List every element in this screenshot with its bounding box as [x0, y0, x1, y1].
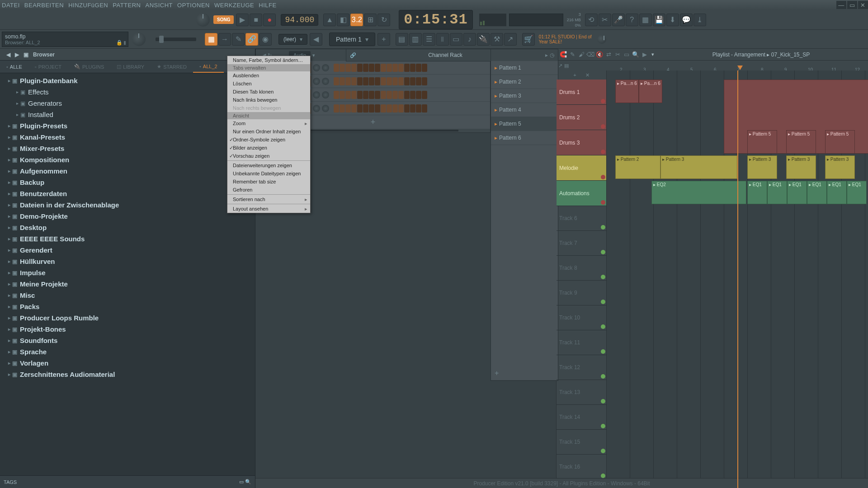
pitch-knob[interactable] [132, 33, 146, 46]
tree-item[interactable]: ▸▣Meine Projekte [0, 278, 255, 290]
playlist-clip[interactable]: ▸ EQ1 [747, 181, 767, 204]
tree-item[interactable]: ▸▣Vorlagen [0, 357, 255, 369]
playlist-clip[interactable]: ▸ EQ1 [807, 181, 827, 204]
step-cell[interactable] [357, 64, 363, 72]
pl-magnet-icon[interactable]: 🧲 [559, 51, 567, 58]
master-volume-slider[interactable] [156, 38, 196, 41]
channel-scrollbar[interactable] [288, 130, 458, 131]
step-cell[interactable] [375, 77, 380, 85]
playlist-clip[interactable]: ▸ Pattern 5 [747, 130, 777, 154]
pl-brush-icon[interactable]: 🖌 [577, 51, 585, 58]
step-cell[interactable] [381, 104, 386, 113]
context-menu-item[interactable]: Dateierweiterungen zeigen [227, 161, 310, 169]
tab-project[interactable]: ▫PROJECT [28, 61, 68, 73]
menu-hilfe[interactable]: HILFE [259, 2, 276, 9]
wait-button[interactable]: ◧ [337, 14, 349, 26]
tree-item[interactable]: ▸▣Demo-Projekte [0, 211, 255, 222]
news-knob[interactable] [597, 35, 606, 44]
snap-button[interactable]: ▦ [205, 33, 217, 46]
playlist-clip[interactable]: ▸ EQ1 [787, 181, 807, 204]
playlist-clip[interactable]: ▸ Pa…n 6 [615, 80, 639, 103]
track-header[interactable]: Track 10 [557, 305, 606, 330]
step-cell[interactable] [387, 104, 392, 113]
live-button[interactable]: ◉ [259, 33, 272, 46]
tree-item[interactable]: ▸▣Kanal-Presets [0, 131, 255, 143]
step-cell[interactable] [363, 77, 368, 85]
mic-button[interactable]: 🎤 [612, 14, 625, 26]
track-mute-button[interactable] [601, 150, 605, 154]
vol-knob[interactable] [322, 91, 329, 99]
step-cell[interactable] [398, 104, 404, 113]
vol-knob[interactable] [322, 105, 329, 112]
close-button[interactable]: ✕ [858, 1, 868, 9]
piano-roll-button[interactable]: ▥ [409, 33, 422, 46]
step-cell[interactable] [369, 104, 374, 113]
step-cell[interactable] [422, 104, 427, 113]
tab-alle[interactable]: •ALLE [0, 61, 28, 73]
plugin-button[interactable]: 🔌 [477, 33, 490, 46]
tree-item[interactable]: ▸▣Dateien in der Zwischenablage [0, 199, 255, 211]
step-cell[interactable] [392, 77, 398, 85]
step-cell[interactable] [334, 64, 339, 72]
playlist-clip[interactable]: ▸ EQ1 [767, 181, 787, 204]
add-track-icon[interactable]: + [573, 72, 576, 78]
pattern-item[interactable]: ▸Pattern 3 [491, 89, 558, 103]
track-header[interactable]: Track 12 [557, 355, 606, 380]
step-cell[interactable] [416, 64, 421, 72]
browser-button[interactable]: ▭ [450, 33, 462, 46]
track-mute-button[interactable] [601, 300, 605, 304]
context-menu-item[interactable]: Nach links bewegen [227, 96, 310, 104]
maximize-button[interactable]: ▭ [847, 1, 857, 9]
play-button[interactable]: ▶ [236, 14, 249, 26]
track-header[interactable]: Drums 1 [557, 80, 606, 105]
pan-knob[interactable] [313, 78, 320, 85]
tab-library[interactable]: ◫LIBRARY [110, 61, 151, 73]
step-cell[interactable] [375, 104, 380, 113]
metronome-button[interactable]: ▲ [323, 14, 336, 26]
step-cell[interactable] [416, 91, 421, 99]
pl-zoom-icon[interactable]: 🔍 [632, 51, 640, 58]
pattern-item[interactable]: ▸Pattern 4 [491, 103, 558, 117]
pattern-item[interactable]: ▸Pattern 2 [491, 75, 558, 89]
step-cell[interactable] [392, 104, 398, 113]
vol-knob[interactable] [322, 78, 329, 85]
menu-bearbeiten[interactable]: BEARBEITEN [24, 2, 64, 9]
close-tracks-icon[interactable]: ✕ [585, 72, 590, 78]
view-button[interactable]: ▦ [639, 14, 652, 26]
news-panel[interactable]: 01:12 FL STUDIO | End of Year SALE! [535, 34, 595, 44]
step-cell[interactable] [351, 64, 357, 72]
tree-item[interactable]: ▸▣Mixer-Presets [0, 143, 255, 154]
track-header[interactable]: Track 7 [557, 231, 606, 256]
track-mute-button[interactable] [601, 250, 605, 254]
step-cell[interactable] [357, 91, 363, 99]
tab-all2[interactable]: •ALL_2 [193, 61, 224, 73]
record-button[interactable]: ● [263, 14, 276, 26]
tree-item[interactable]: ▸▣Plugin-Presets [0, 120, 255, 131]
channel-rack-button[interactable]: ☰ [423, 33, 435, 46]
playlist-clip[interactable]: ▸ Pattern 3 [660, 155, 737, 179]
tree-item[interactable]: ▸▣Impulse [0, 267, 255, 278]
pan-knob[interactable] [313, 64, 320, 71]
step-cell[interactable] [381, 77, 386, 85]
countdown-button[interactable]: 3․2 [350, 14, 363, 26]
tree-item[interactable]: ▸▣Hüllkurven [0, 256, 255, 267]
pl-mute-icon[interactable]: 🔇 [595, 51, 604, 58]
tree-item[interactable]: ▸▣Misc [0, 290, 255, 301]
step-cell[interactable] [416, 104, 421, 113]
context-menu-item[interactable]: Name, Farbe, Symbol ändern… [227, 56, 310, 64]
track-mute-button[interactable] [601, 99, 605, 103]
tree-item[interactable]: ▸▣Plugin-Datenbank [0, 75, 255, 86]
context-menu-item[interactable]: Ausblenden [227, 71, 310, 80]
track-header[interactable]: Track 16 [557, 455, 606, 479]
context-menu-item[interactable]: Zoom [227, 119, 310, 127]
pan-knob[interactable] [313, 91, 320, 99]
tree-item[interactable]: ▸▣Gerendert [0, 244, 255, 256]
context-menu-item[interactable]: Nur einen Ordner Inhalt zeigen [227, 127, 310, 136]
tempo-display[interactable]: 94.000 [281, 14, 318, 26]
track-header[interactable]: Track 9 [557, 281, 606, 305]
loop-button[interactable]: ↻ [377, 14, 390, 26]
step-cell[interactable] [340, 91, 345, 99]
step-cell[interactable] [375, 91, 380, 99]
prev-pattern-button[interactable]: ◀ [310, 33, 322, 46]
tree-item[interactable]: ▸▣Effects [0, 86, 255, 98]
